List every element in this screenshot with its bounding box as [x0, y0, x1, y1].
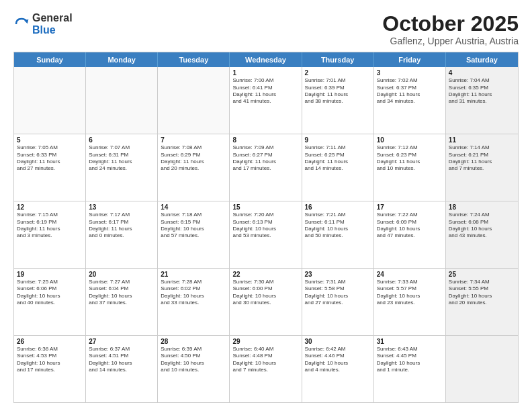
day-number: 26 — [17, 338, 83, 345]
calendar-row: 1Sunrise: 7:00 AM Sunset: 6:41 PM Daylig… — [14, 67, 518, 134]
calendar-cell: 19Sunrise: 7:25 AM Sunset: 6:06 PM Dayli… — [14, 269, 86, 335]
day-number: 17 — [377, 203, 443, 211]
day-number: 11 — [449, 136, 515, 144]
day-number: 23 — [305, 271, 371, 278]
calendar-cell: 6Sunrise: 7:07 AM Sunset: 6:31 PM Daylig… — [86, 134, 158, 201]
day-number: 6 — [89, 136, 154, 144]
cell-content: Sunrise: 7:15 AM Sunset: 6:19 PM Dayligh… — [17, 212, 83, 240]
day-number: 7 — [161, 136, 226, 144]
cell-content: Sunrise: 7:21 AM Sunset: 6:11 PM Dayligh… — [305, 212, 371, 240]
cell-content: Sunrise: 6:37 AM Sunset: 4:51 PM Dayligh… — [89, 346, 154, 374]
logo-text: General Blue — [32, 12, 73, 36]
day-number: 20 — [89, 271, 154, 278]
header-day: Friday — [374, 52, 446, 67]
calendar-cell: 10Sunrise: 7:12 AM Sunset: 6:23 PM Dayli… — [374, 134, 446, 201]
calendar-row: 5Sunrise: 7:05 AM Sunset: 6:33 PM Daylig… — [14, 134, 518, 201]
header-day: Tuesday — [158, 52, 230, 67]
cell-content: Sunrise: 7:22 AM Sunset: 6:09 PM Dayligh… — [377, 212, 443, 240]
day-number: 2 — [305, 69, 371, 77]
cell-content: Sunrise: 7:01 AM Sunset: 6:39 PM Dayligh… — [305, 77, 371, 105]
calendar-cell: 2Sunrise: 7:01 AM Sunset: 6:39 PM Daylig… — [302, 67, 374, 134]
calendar-cell: 3Sunrise: 7:02 AM Sunset: 6:37 PM Daylig… — [374, 67, 446, 134]
cell-content: Sunrise: 7:34 AM Sunset: 5:55 PM Dayligh… — [449, 279, 515, 307]
calendar-cell: 23Sunrise: 7:31 AM Sunset: 5:58 PM Dayli… — [302, 269, 374, 335]
day-number: 22 — [232, 271, 298, 278]
calendar-cell: 4Sunrise: 7:04 AM Sunset: 6:35 PM Daylig… — [446, 67, 518, 134]
logo: General Blue — [13, 12, 73, 36]
cell-content: Sunrise: 7:18 AM Sunset: 6:15 PM Dayligh… — [161, 212, 226, 240]
calendar-cell: 17Sunrise: 7:22 AM Sunset: 6:09 PM Dayli… — [374, 201, 446, 268]
day-number: 28 — [161, 338, 226, 345]
cell-content: Sunrise: 7:31 AM Sunset: 5:58 PM Dayligh… — [305, 279, 371, 307]
cell-content: Sunrise: 7:30 AM Sunset: 6:00 PM Dayligh… — [232, 279, 298, 307]
calendar-cell: 18Sunrise: 7:24 AM Sunset: 6:08 PM Dayli… — [446, 201, 518, 268]
calendar-cell: 5Sunrise: 7:05 AM Sunset: 6:33 PM Daylig… — [14, 134, 86, 201]
calendar-cell: 9Sunrise: 7:11 AM Sunset: 6:25 PM Daylig… — [302, 134, 374, 201]
calendar-header: SundayMondayTuesdayWednesdayThursdayFrid… — [14, 52, 518, 67]
calendar-cell: 31Sunrise: 6:43 AM Sunset: 4:45 PM Dayli… — [374, 336, 446, 402]
cell-content: Sunrise: 7:09 AM Sunset: 6:27 PM Dayligh… — [232, 144, 298, 173]
calendar-cell: 8Sunrise: 7:09 AM Sunset: 6:27 PM Daylig… — [230, 134, 302, 201]
day-number: 31 — [377, 338, 443, 345]
day-number: 27 — [89, 338, 154, 345]
day-number: 1 — [232, 69, 298, 77]
cell-content: Sunrise: 7:20 AM Sunset: 6:13 PM Dayligh… — [232, 212, 298, 240]
cell-content: Sunrise: 7:02 AM Sunset: 6:37 PM Dayligh… — [377, 77, 443, 105]
main-title: October 2025 — [382, 12, 519, 36]
cell-content: Sunrise: 7:04 AM Sunset: 6:35 PM Dayligh… — [449, 77, 515, 105]
cell-content: Sunrise: 7:12 AM Sunset: 6:23 PM Dayligh… — [377, 144, 443, 173]
cell-content: Sunrise: 6:43 AM Sunset: 4:45 PM Dayligh… — [377, 346, 443, 374]
subtitle: Gaflenz, Upper Austria, Austria — [382, 36, 519, 46]
day-number: 25 — [449, 271, 515, 278]
cell-content: Sunrise: 6:40 AM Sunset: 4:48 PM Dayligh… — [232, 346, 298, 374]
day-number: 29 — [232, 338, 298, 345]
cell-content: Sunrise: 6:39 AM Sunset: 4:50 PM Dayligh… — [161, 346, 226, 374]
calendar-body: 1Sunrise: 7:00 AM Sunset: 6:41 PM Daylig… — [14, 67, 518, 402]
cell-content: Sunrise: 7:14 AM Sunset: 6:21 PM Dayligh… — [449, 144, 515, 173]
header-day: Monday — [86, 52, 158, 67]
cell-content: Sunrise: 6:42 AM Sunset: 4:46 PM Dayligh… — [305, 346, 371, 374]
calendar-cell: 16Sunrise: 7:21 AM Sunset: 6:11 PM Dayli… — [302, 201, 374, 268]
cell-content: Sunrise: 7:25 AM Sunset: 6:06 PM Dayligh… — [17, 279, 83, 307]
day-number: 21 — [161, 271, 226, 278]
day-number: 16 — [305, 203, 371, 211]
cell-content: Sunrise: 7:28 AM Sunset: 6:02 PM Dayligh… — [161, 279, 226, 307]
logo-blue: Blue — [32, 24, 73, 36]
cell-content: Sunrise: 7:11 AM Sunset: 6:25 PM Dayligh… — [305, 144, 371, 173]
cell-content: Sunrise: 7:33 AM Sunset: 5:57 PM Dayligh… — [377, 279, 443, 307]
header-day: Thursday — [302, 52, 374, 67]
calendar-cell: 15Sunrise: 7:20 AM Sunset: 6:13 PM Dayli… — [230, 201, 302, 268]
day-number: 15 — [232, 203, 298, 211]
day-number: 8 — [232, 136, 298, 144]
header-day: Wednesday — [230, 52, 302, 67]
calendar-cell: 26Sunrise: 6:36 AM Sunset: 4:53 PM Dayli… — [14, 336, 86, 402]
day-number: 14 — [161, 203, 226, 211]
cell-content: Sunrise: 7:17 AM Sunset: 6:17 PM Dayligh… — [89, 212, 154, 240]
day-number: 3 — [377, 69, 443, 77]
day-number: 4 — [449, 69, 515, 77]
cell-content: Sunrise: 7:05 AM Sunset: 6:33 PM Dayligh… — [17, 144, 83, 173]
cell-content: Sunrise: 7:08 AM Sunset: 6:29 PM Dayligh… — [161, 144, 226, 173]
calendar-cell: 20Sunrise: 7:27 AM Sunset: 6:04 PM Dayli… — [86, 269, 158, 335]
day-number: 18 — [449, 203, 515, 211]
logo-general: General — [32, 12, 73, 24]
calendar-row: 26Sunrise: 6:36 AM Sunset: 4:53 PM Dayli… — [14, 336, 518, 402]
day-number: 13 — [89, 203, 154, 211]
calendar-cell: 27Sunrise: 6:37 AM Sunset: 4:51 PM Dayli… — [86, 336, 158, 402]
day-number: 10 — [377, 136, 443, 144]
calendar-cell: 1Sunrise: 7:00 AM Sunset: 6:41 PM Daylig… — [230, 67, 302, 134]
cell-content: Sunrise: 7:24 AM Sunset: 6:08 PM Dayligh… — [449, 212, 515, 240]
calendar-cell: 7Sunrise: 7:08 AM Sunset: 6:29 PM Daylig… — [158, 134, 230, 201]
calendar-cell — [14, 67, 86, 134]
calendar-cell: 25Sunrise: 7:34 AM Sunset: 5:55 PM Dayli… — [446, 269, 518, 335]
calendar-cell: 12Sunrise: 7:15 AM Sunset: 6:19 PM Dayli… — [14, 201, 86, 268]
header: General Blue October 2025 Gaflenz, Upper… — [13, 12, 519, 46]
day-number: 24 — [377, 271, 443, 278]
calendar-cell: 11Sunrise: 7:14 AM Sunset: 6:21 PM Dayli… — [446, 134, 518, 201]
day-number: 30 — [305, 338, 371, 345]
cell-content: Sunrise: 7:27 AM Sunset: 6:04 PM Dayligh… — [89, 279, 154, 307]
calendar-cell — [446, 336, 518, 402]
title-block: October 2025 Gaflenz, Upper Austria, Aus… — [382, 12, 519, 46]
day-number: 9 — [305, 136, 371, 144]
calendar-row: 12Sunrise: 7:15 AM Sunset: 6:19 PM Dayli… — [14, 201, 518, 269]
